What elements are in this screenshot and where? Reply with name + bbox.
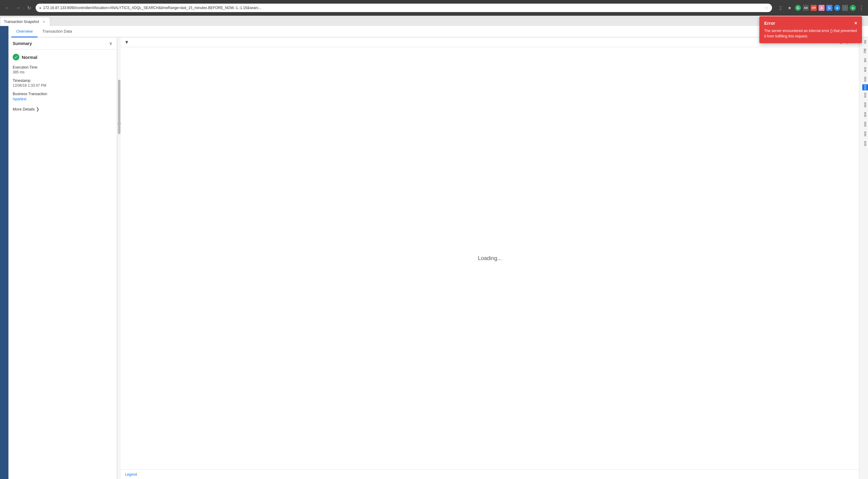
tab-transaction-data[interactable]: Transaction Data <box>37 26 77 37</box>
right-label-test3: test <box>862 84 868 90</box>
business-transaction-label: Business Transaction <box>13 92 113 96</box>
execution-time-value: 385 ms <box>13 70 113 74</box>
right-label-test7: test <box>862 119 868 129</box>
more-details-button[interactable]: More Details ❯ <box>13 106 39 113</box>
more-details-chevron: ❯ <box>36 107 39 112</box>
error-header: Error × <box>764 21 857 26</box>
right-label-test4: test <box>862 90 868 100</box>
extensions-icon[interactable]: ⌶ <box>777 4 784 11</box>
error-notification: Error × The server encountered an intern… <box>760 16 862 43</box>
star-icon[interactable]: ☆ <box>765 5 768 10</box>
summary-header: Summary ∨ <box>8 37 117 50</box>
error-message: The server encountered an internal error… <box>764 28 857 39</box>
error-title: Error <box>764 21 775 26</box>
tab-title: Transaction Snapshot <box>4 20 39 24</box>
browser-chrome: ← → ↻ ● 172.16.87.133:8090/controller/#/… <box>0 0 868 16</box>
business-transaction-link[interactable]: /spa/test <box>13 97 26 101</box>
back-button[interactable]: ← <box>3 4 11 12</box>
panel-content: Summary ∨ ✓ Normal Execution Time 385 ms <box>8 37 868 479</box>
summary-sidebar: Summary ∨ ✓ Normal Execution Time 385 ms <box>8 37 117 479</box>
viz-legend: Legend <box>121 469 859 479</box>
viz-filter-button[interactable]: ▼ <box>124 39 129 45</box>
scrollbar-track[interactable] <box>117 37 121 479</box>
reload-button[interactable]: ↻ <box>25 4 33 12</box>
ext-green-icon[interactable]: G <box>795 5 801 11</box>
ext-a-icon[interactable]: A <box>818 5 825 11</box>
right-label-test5: test <box>862 100 868 110</box>
timestamp-field: Timestamp 12/06/16 1:33:47 PM <box>13 79 113 88</box>
lock-icon: ● <box>39 6 41 10</box>
right-label-tier: tier <box>862 56 868 65</box>
more-details-label: More Details <box>13 107 35 112</box>
right-label-test1: test <box>862 65 868 74</box>
app-sidebar <box>0 26 8 479</box>
tab-overview[interactable]: Overview <box>11 26 37 37</box>
execution-time-label: Execution Time <box>13 65 113 69</box>
viz-area: ▼ ⚙ ⁞⁞ ✕ Loading.. <box>121 37 859 479</box>
forward-button[interactable]: → <box>14 4 22 12</box>
top-tabs: Overview Transaction Data <box>8 26 868 37</box>
scrollbar-thumb[interactable] <box>118 80 120 134</box>
right-label-pm: PM <box>862 46 868 56</box>
transaction-snapshot-tab[interactable]: Transaction Snapshot × <box>0 17 50 26</box>
ext-off-icon[interactable]: Off <box>811 5 817 11</box>
ext-g2-icon[interactable]: ● <box>834 5 840 11</box>
timestamp-label: Timestamp <box>13 79 113 83</box>
execution-time-field: Execution Time 385 ms <box>13 65 113 74</box>
loading-text: Loading... <box>478 255 502 262</box>
summary-title: Summary <box>13 41 32 46</box>
right-label-test6: test <box>862 110 868 119</box>
viz-toolbar: ▼ ⚙ ⁞⁞ ✕ <box>121 37 859 47</box>
ext-g1-icon[interactable]: G <box>826 5 832 11</box>
right-label-nts: nts <box>862 37 868 46</box>
browser-extensions: ⌶ ★ G AD Off A G ● ▫ ● ⋮ <box>777 4 865 11</box>
viz-loading: Loading... <box>121 47 859 469</box>
address-text: 172.16.87.133:8090/controller/#/location… <box>43 6 763 10</box>
tab-close-button[interactable]: × <box>41 19 46 24</box>
status-check-icon: ✓ <box>13 54 19 60</box>
business-transaction-field: Business Transaction /spa/test <box>13 92 113 101</box>
timestamp-value: 12/06/16 1:33:47 PM <box>13 83 113 88</box>
address-bar[interactable]: ● 172.16.87.133:8090/controller/#/locati… <box>36 4 772 12</box>
bookmark-icon[interactable]: ★ <box>786 4 793 11</box>
status-normal-label: Normal <box>22 55 37 60</box>
more-options-icon[interactable]: ⋮ <box>858 4 865 11</box>
right-label-test9: test <box>862 139 868 148</box>
right-panel: nts PM tier test test test test test tes… <box>859 37 868 479</box>
ext-adblock-icon[interactable]: AD <box>803 5 809 11</box>
ext-cast-icon[interactable]: ▫ <box>842 5 848 11</box>
right-label-test2: test <box>862 74 868 84</box>
status-row: ✓ Normal <box>13 54 113 60</box>
legend-link[interactable]: Legend <box>125 472 137 477</box>
summary-body: ✓ Normal Execution Time 385 ms Timestamp… <box>8 50 117 479</box>
error-close-button[interactable]: × <box>855 21 857 26</box>
tab-bar: Transaction Snapshot × <box>0 16 868 26</box>
right-label-test8: test <box>862 129 868 139</box>
main-content: Overview Transaction Data Summary ∨ ✓ No… <box>0 26 868 479</box>
summary-chevron[interactable]: ∨ <box>109 40 113 46</box>
tabs-panel: Overview Transaction Data Summary ∨ ✓ No… <box>8 26 868 479</box>
ext-status-icon[interactable]: ● <box>850 5 856 11</box>
